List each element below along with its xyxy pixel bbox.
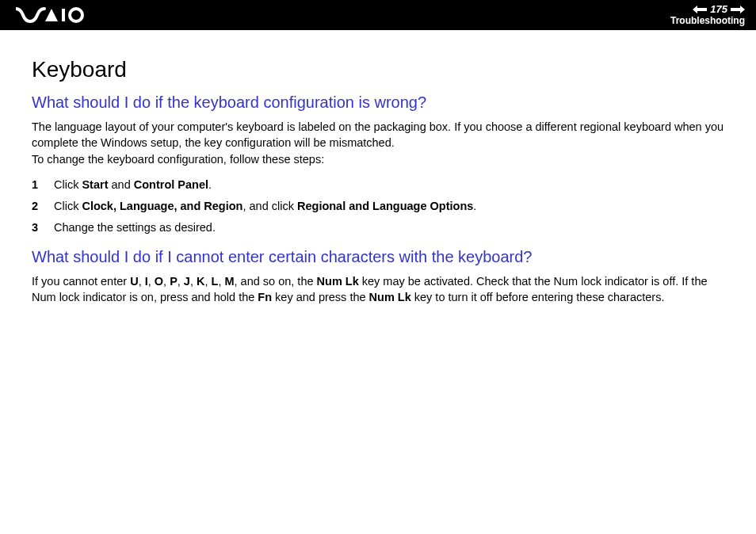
page-title: Keyboard (32, 57, 724, 82)
key-name: Fn (258, 291, 272, 303)
header-bar: 175 Troubleshooting (0, 0, 756, 30)
paragraph: If you cannot enter U, I, O, P, J, K, L,… (32, 274, 724, 305)
step-text: Click (54, 178, 82, 191)
arrow-right-icon[interactable] (731, 6, 745, 13)
svg-marker-3 (693, 6, 707, 13)
text-run: , (163, 275, 170, 288)
step-text: and (109, 178, 134, 191)
key-name: M (224, 275, 234, 288)
step-item: Change the settings as desired. (32, 219, 724, 237)
paragraph: The language layout of your computer's k… (32, 120, 724, 151)
text-run: , (190, 275, 197, 288)
arrow-left-icon[interactable] (693, 6, 707, 13)
step-item: Click Start and Control Panel. (32, 176, 724, 194)
bold-text: Clock, Language, and Region (82, 200, 242, 212)
text-run: key to turn it off before entering these… (411, 291, 665, 303)
text-run: , (148, 275, 155, 288)
section-label: Troubleshooting (670, 16, 745, 26)
question-heading-2: What should I do if I cannot enter certa… (32, 248, 724, 266)
header-right: 175 Troubleshooting (670, 4, 745, 25)
step-text: . (473, 200, 476, 212)
text-run: , (139, 275, 145, 288)
step-item: Click Clock, Language, and Region, and c… (32, 197, 724, 216)
page-number: 175 (710, 4, 727, 15)
steps-list: Click Start and Control Panel. Click Clo… (32, 176, 724, 238)
svg-point-2 (70, 9, 82, 21)
page-nav: 175 (693, 4, 745, 15)
page-content: Keyboard What should I do if the keyboar… (0, 30, 756, 322)
step-text: , and click (242, 200, 297, 212)
svg-rect-1 (62, 9, 65, 21)
key-name: Num Lk (369, 291, 411, 303)
text-run: , (204, 275, 211, 288)
key-name: Num Lk (317, 275, 359, 288)
text-run: , (178, 275, 184, 288)
key-name: K (197, 275, 204, 288)
text-run: key and press the (272, 291, 369, 303)
key-name: P (170, 275, 178, 288)
vaio-logo-icon (16, 6, 87, 24)
svg-marker-0 (45, 9, 58, 21)
bold-text: Control Panel (134, 178, 208, 191)
paragraph: To change the keyboard configuration, fo… (32, 152, 724, 168)
question-heading-1: What should I do if the keyboard configu… (32, 93, 724, 112)
text-run: , and so on, the (235, 275, 317, 288)
step-text: Change the settings as desired. (54, 221, 216, 234)
svg-marker-4 (731, 6, 745, 13)
step-text: . (208, 178, 212, 191)
text-run: If you cannot enter (32, 275, 130, 288)
key-name: J (184, 275, 190, 288)
key-name: U (130, 275, 138, 288)
key-name: O (155, 275, 163, 288)
bold-text: Start (82, 178, 108, 191)
bold-text: Regional and Language Options (297, 200, 473, 212)
step-text: Click (54, 200, 82, 212)
